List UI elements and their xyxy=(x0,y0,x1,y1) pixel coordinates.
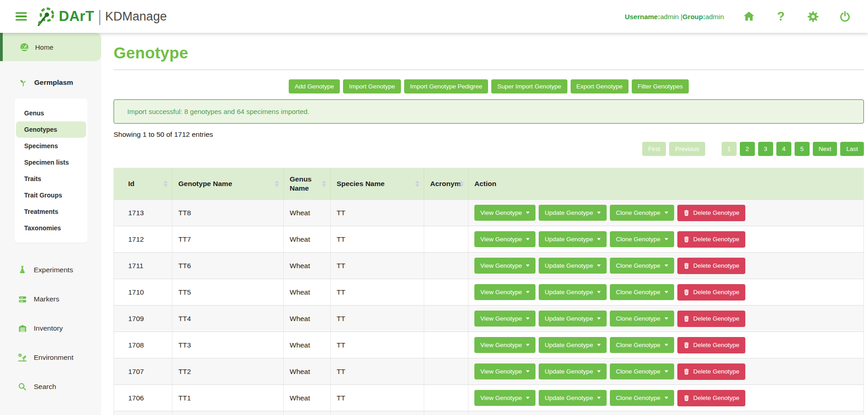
delete-genotype-button[interactable]: Delete Genotype xyxy=(677,363,745,380)
cell-id: 1710 xyxy=(114,279,172,305)
sidebar-item-taxonomies[interactable]: Taxonomies xyxy=(16,220,86,236)
import-genotype-button[interactable]: Import Genotype xyxy=(343,79,401,93)
import-genotype-pedigree-button[interactable]: Import Genotype Pedigree xyxy=(404,79,488,93)
row-button-label: Clone Genotype xyxy=(616,342,660,348)
pagination-page-4-button[interactable]: 4 xyxy=(776,142,791,156)
column-header-genotype-name[interactable]: Genotype Name xyxy=(172,168,284,199)
home-icon[interactable] xyxy=(742,10,756,23)
power-icon[interactable] xyxy=(838,10,852,23)
cell-genotype-name: TT6 xyxy=(172,253,284,279)
cell-acronym xyxy=(424,253,468,279)
update-genotype-button[interactable]: Update Genotype xyxy=(539,231,607,247)
view-genotype-button[interactable]: View Genotype xyxy=(474,390,535,406)
super-import-genotype-button[interactable]: Super Import Genotype xyxy=(491,79,567,93)
pagination-next-button[interactable]: Next xyxy=(813,142,837,156)
cell-acronym xyxy=(424,279,468,305)
row-button-label: Clone Genotype xyxy=(616,289,660,296)
view-genotype-button[interactable]: View Genotype xyxy=(474,258,535,274)
export-genotype-button[interactable]: Export Genotype xyxy=(571,79,629,93)
delete-genotype-button[interactable]: Delete Genotype xyxy=(677,337,745,353)
trash-icon xyxy=(683,289,690,296)
brand-logo[interactable]: DArT | KDManage xyxy=(35,6,167,27)
column-header-label: Action xyxy=(474,179,496,188)
view-genotype-button[interactable]: View Genotype xyxy=(474,205,535,221)
germplasm-submenu: GenusGenotypesSpecimensSpecimen listsTra… xyxy=(15,99,88,243)
pagination-page-2-button[interactable]: 2 xyxy=(740,142,755,156)
brand-divider: | xyxy=(98,7,102,25)
clone-genotype-button[interactable]: Clone Genotype xyxy=(610,363,674,379)
pagination-previous-button[interactable]: Previous xyxy=(669,142,705,156)
pagination-page-3-button[interactable]: 3 xyxy=(758,142,773,156)
add-genotype-button[interactable]: Add Genotype xyxy=(289,79,340,93)
update-genotype-button[interactable]: Update Genotype xyxy=(539,205,607,221)
sort-icon xyxy=(322,181,326,187)
update-genotype-button[interactable]: Update Genotype xyxy=(539,363,607,379)
sidebar-item-genotypes[interactable]: Genotypes xyxy=(16,121,86,138)
update-genotype-button[interactable]: Update Genotype xyxy=(539,284,607,300)
caret-down-icon xyxy=(597,397,601,399)
delete-genotype-button[interactable]: Delete Genotype xyxy=(677,284,745,301)
update-genotype-button[interactable]: Update Genotype xyxy=(539,258,607,274)
clone-genotype-button[interactable]: Clone Genotype xyxy=(610,231,674,247)
column-header-species-name[interactable]: Species Name xyxy=(331,168,424,199)
clone-genotype-button[interactable]: Clone Genotype xyxy=(610,284,674,300)
hamburger-menu-icon[interactable] xyxy=(14,10,29,23)
pagination-page-1-button[interactable]: 1 xyxy=(722,142,737,156)
sidebar-item-inventory[interactable]: Inventory xyxy=(0,314,101,343)
column-header-genus-name[interactable]: Genus Name xyxy=(284,168,331,199)
sidebar-item-home[interactable]: Home xyxy=(0,33,101,61)
sidebar-item-treatments[interactable]: Treatments xyxy=(16,203,86,220)
topbar: DArT | KDManage Username:admin |Group:ad… xyxy=(0,0,868,33)
sidebar-item-specimens[interactable]: Specimens xyxy=(16,138,86,154)
delete-genotype-button[interactable]: Delete Genotype xyxy=(677,205,745,221)
update-genotype-button[interactable]: Update Genotype xyxy=(539,337,607,353)
trash-icon xyxy=(683,262,690,270)
delete-genotype-button[interactable]: Delete Genotype xyxy=(677,258,745,274)
sidebar-item-germplasm[interactable]: Germplasm xyxy=(0,76,101,89)
showing-entries-text: Showing 1 to 50 of 1712 entries xyxy=(114,130,864,139)
view-genotype-button[interactable]: View Genotype xyxy=(474,337,535,353)
update-genotype-button[interactable]: Update Genotype xyxy=(539,311,607,327)
sidebar-item-environment[interactable]: Environment xyxy=(0,343,101,372)
sidebar-item-traits[interactable]: Traits xyxy=(16,171,86,187)
view-genotype-button[interactable]: View Genotype xyxy=(474,284,535,300)
column-header-id[interactable]: Id xyxy=(114,168,172,199)
sidebar-item-genus[interactable]: Genus xyxy=(16,105,86,121)
row-button-label: Update Genotype xyxy=(545,289,593,296)
sidebar-item-specimen-lists[interactable]: Specimen lists xyxy=(16,154,86,171)
table-row: 1713TT8WheatTTView GenotypeUpdate Genoty… xyxy=(114,199,863,226)
cell-genus-name: Wheat xyxy=(284,253,331,279)
sidebar-item-markers[interactable]: Markers xyxy=(0,285,101,314)
cell-genotype-name: TT1 xyxy=(172,385,284,411)
caret-down-icon xyxy=(597,370,601,373)
clone-genotype-button[interactable]: Clone Genotype xyxy=(610,337,674,353)
cell-genus-name: Wheat xyxy=(284,358,331,384)
delete-genotype-button[interactable]: Delete Genotype xyxy=(677,231,745,248)
delete-genotype-button[interactable]: Delete Genotype xyxy=(677,390,745,406)
cell-action: View GenotypeUpdate GenotypeClone Genoty… xyxy=(468,385,863,411)
caret-down-icon xyxy=(665,397,668,399)
clone-genotype-button[interactable]: Clone Genotype xyxy=(610,258,674,274)
sidebar-item-search[interactable]: Search xyxy=(0,372,101,401)
view-genotype-button[interactable]: View Genotype xyxy=(474,363,535,379)
caret-down-icon xyxy=(597,291,601,293)
gear-icon[interactable] xyxy=(806,10,820,23)
pagination-page-5-button[interactable]: 5 xyxy=(795,142,810,156)
view-genotype-button[interactable]: View Genotype xyxy=(474,231,535,247)
column-header-acronym[interactable]: Acronym xyxy=(424,168,468,199)
clone-genotype-button[interactable]: Clone Genotype xyxy=(610,311,674,327)
sidebar-item-experiments[interactable]: Experiments xyxy=(0,255,101,285)
sidebar-item-trait-groups[interactable]: Trait Groups xyxy=(16,187,86,203)
trash-icon xyxy=(683,315,690,322)
pagination-last-button[interactable]: Last xyxy=(840,142,864,156)
view-genotype-button[interactable]: View Genotype xyxy=(474,311,535,327)
clone-genotype-button[interactable]: Clone Genotype xyxy=(610,205,674,221)
cell-action: View GenotypeUpdate GenotypeClone Genoty… xyxy=(468,279,863,305)
delete-genotype-button[interactable]: Delete Genotype xyxy=(677,311,745,327)
pagination-first-button[interactable]: First xyxy=(642,142,666,156)
update-genotype-button[interactable]: Update Genotype xyxy=(539,390,607,406)
clone-genotype-button[interactable]: Clone Genotype xyxy=(610,390,674,406)
table-row: 1706TT1WheatTTView GenotypeUpdate Genoty… xyxy=(114,384,863,411)
filter-genotypes-button[interactable]: Filter Genotypes xyxy=(632,79,689,93)
help-icon[interactable]: ? xyxy=(774,10,788,23)
